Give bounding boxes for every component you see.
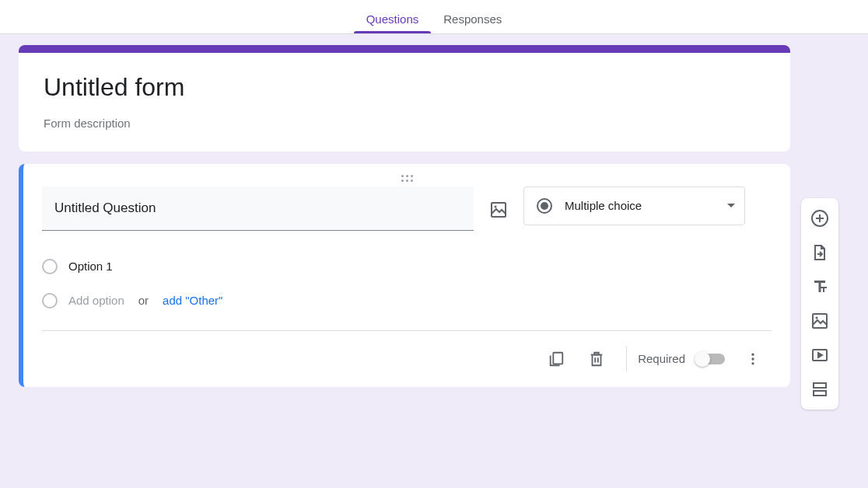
image-icon	[810, 312, 829, 330]
add-video-button[interactable]	[804, 340, 835, 371]
add-option-button[interactable]: Add option	[68, 294, 124, 307]
divider	[626, 347, 627, 371]
add-section-button[interactable]	[804, 374, 835, 405]
svg-point-3	[751, 353, 754, 355]
svg-rect-2	[553, 352, 562, 364]
trash-icon	[588, 350, 605, 368]
add-option-row: Add option or add "Other"	[42, 284, 772, 330]
svg-point-1	[495, 205, 497, 207]
question-card: Multiple choice Option 1 Add option or a…	[19, 164, 790, 387]
text-icon	[810, 277, 829, 296]
import-icon	[810, 243, 829, 262]
delete-button[interactable]	[578, 340, 615, 378]
section-icon	[810, 380, 829, 399]
image-icon	[489, 200, 508, 219]
question-title-input[interactable]	[42, 186, 474, 231]
tabs-bar: Questions Responses	[0, 0, 868, 34]
duplicate-button[interactable]	[537, 340, 575, 378]
add-other-button[interactable]: add "Other"	[163, 294, 222, 307]
chevron-down-icon	[727, 204, 735, 207]
add-question-button[interactable]	[804, 203, 835, 234]
tab-responses[interactable]: Responses	[431, 12, 514, 33]
svg-point-5	[751, 362, 754, 364]
question-type-label: Multiple choice	[565, 199, 715, 212]
option-text-input[interactable]: Option 1	[68, 260, 113, 273]
question-type-dropdown[interactable]: Multiple choice	[523, 186, 745, 225]
form-description-input[interactable]: Form description	[44, 117, 772, 130]
toggle-thumb	[695, 351, 710, 367]
radio-circle-icon	[42, 259, 58, 274]
form-title-input[interactable]: Untitled form	[44, 71, 772, 104]
option-row: Option 1	[42, 249, 772, 284]
svg-point-8	[816, 317, 818, 319]
content-area: Untitled form Form description	[0, 34, 868, 420]
form-header-card: Untitled form Form description	[19, 45, 790, 152]
drag-handle[interactable]	[42, 173, 772, 186]
radio-circle-icon	[42, 293, 58, 308]
svg-rect-10	[814, 383, 826, 388]
more-vertical-icon	[745, 351, 761, 367]
add-image-tool-button[interactable]	[804, 305, 835, 336]
import-questions-button[interactable]	[804, 237, 835, 268]
required-label: Required	[638, 352, 685, 365]
svg-point-4	[751, 357, 754, 360]
more-options-button[interactable]	[734, 340, 772, 378]
add-title-button[interactable]	[804, 271, 835, 302]
drag-dots-icon	[401, 175, 413, 182]
tab-questions[interactable]: Questions	[354, 12, 432, 33]
sidebar-tools	[801, 198, 838, 410]
radio-icon	[537, 198, 552, 214]
form-column: Untitled form Form description	[19, 45, 790, 410]
svg-rect-11	[814, 391, 826, 396]
svg-rect-7	[813, 314, 827, 328]
add-image-button[interactable]	[489, 200, 508, 219]
duplicate-icon	[548, 350, 565, 368]
or-text: or	[138, 294, 149, 307]
required-toggle[interactable]	[696, 354, 725, 364]
plus-circle-icon	[810, 209, 829, 228]
question-header-row: Multiple choice	[42, 186, 772, 231]
svg-rect-0	[492, 203, 506, 217]
question-footer: Required	[42, 330, 772, 387]
video-icon	[810, 346, 829, 364]
